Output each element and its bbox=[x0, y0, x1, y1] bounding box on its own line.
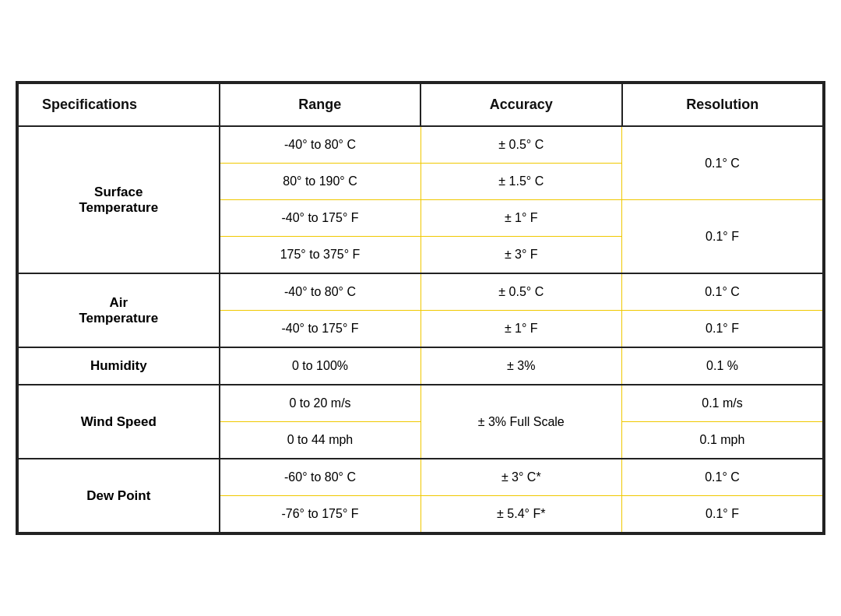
spec-label: Surface Temperature bbox=[18, 126, 220, 273]
range-cell: -60° to 80° C bbox=[220, 459, 421, 496]
range-cell: 80° to 190° C bbox=[220, 164, 421, 200]
range-cell: 175° to 375° F bbox=[220, 237, 421, 274]
table-row: Dew Point-60° to 80° C± 3° C*0.1° C bbox=[18, 459, 823, 496]
accuracy-cell: ± 3% bbox=[420, 347, 622, 385]
spec-label: Wind Speed bbox=[18, 385, 220, 459]
table-row: Surface Temperature-40° to 80° C± 0.5° C… bbox=[18, 126, 823, 164]
range-cell: -76° to 175° F bbox=[220, 496, 421, 533]
accuracy-cell: ± 0.5° C bbox=[420, 273, 622, 311]
accuracy-cell: ± 3° C* bbox=[420, 459, 622, 496]
table-row: Air Temperature-40° to 80° C± 0.5° C0.1°… bbox=[18, 273, 823, 311]
range-cell: -40° to 175° F bbox=[220, 200, 421, 237]
header-accuracy: Accuracy bbox=[420, 83, 622, 126]
resolution-cell: 0.1° F bbox=[622, 496, 824, 533]
table-header: Specifications Range Accuracy Resolution bbox=[18, 83, 823, 126]
spec-label: Humidity bbox=[18, 347, 220, 385]
accuracy-cell: ± 3% Full Scale bbox=[420, 385, 622, 459]
accuracy-cell: ± 1° F bbox=[420, 200, 622, 237]
range-cell: -40° to 80° C bbox=[220, 273, 421, 311]
accuracy-cell: ± 1° F bbox=[420, 311, 622, 348]
table-row: Humidity0 to 100%± 3%0.1 % bbox=[18, 347, 823, 385]
table-row: Wind Speed0 to 20 m/s± 3% Full Scale0.1 … bbox=[18, 385, 823, 422]
range-cell: 0 to 44 mph bbox=[220, 422, 421, 459]
accuracy-cell: ± 0.5° C bbox=[420, 126, 622, 164]
resolution-cell: 0.1° C bbox=[622, 126, 824, 200]
resolution-cell: 0.1° C bbox=[622, 273, 824, 311]
resolution-cell: 0.1° F bbox=[622, 200, 824, 274]
header-resolution: Resolution bbox=[622, 83, 824, 126]
resolution-cell: 0.1 mph bbox=[622, 422, 824, 459]
header-range: Range bbox=[220, 83, 421, 126]
range-cell: -40° to 80° C bbox=[220, 126, 421, 164]
spec-label: Dew Point bbox=[18, 459, 220, 533]
resolution-cell: 0.1 m/s bbox=[622, 385, 824, 422]
accuracy-cell: ± 1.5° C bbox=[420, 164, 622, 200]
range-cell: 0 to 100% bbox=[220, 347, 421, 385]
spec-label: Air Temperature bbox=[18, 273, 220, 347]
resolution-cell: 0.1 % bbox=[622, 347, 824, 385]
range-cell: 0 to 20 m/s bbox=[220, 385, 421, 422]
resolution-cell: 0.1° F bbox=[622, 311, 824, 348]
accuracy-cell: ± 3° F bbox=[420, 237, 622, 274]
range-cell: -40° to 175° F bbox=[220, 311, 421, 348]
resolution-cell: 0.1° C bbox=[622, 459, 824, 496]
header-specifications: Specifications bbox=[18, 83, 220, 126]
accuracy-cell: ± 5.4° F* bbox=[420, 496, 622, 533]
